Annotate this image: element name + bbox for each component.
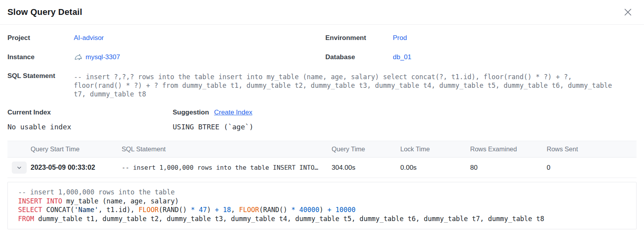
- chevron-down-icon: [16, 165, 22, 171]
- current-index-value: No usable index: [7, 123, 173, 131]
- slow-query-table: Query Start Time SQL Statement Query Tim…: [7, 141, 637, 178]
- header-rows-sent: Rows Sent: [547, 145, 637, 153]
- expanded-sql-code: -- insert 1,000,000 rows into the tableI…: [7, 182, 637, 229]
- detail-fields: Project AI-advisor Environment Prod Inst…: [0, 25, 644, 98]
- page-title: Slow Query Detail: [7, 7, 82, 17]
- index-section: Current Index Suggestion Create Index No…: [0, 106, 644, 131]
- sql-statement-label: SQL Statement: [7, 72, 74, 80]
- field-row-project-environment: Project AI-advisor Environment Prod: [7, 34, 635, 42]
- header-query-start-time: Query Start Time: [31, 145, 122, 153]
- environment-label: Environment: [325, 34, 393, 42]
- field-row-instance-database: Instance mysql-3307 Database db_01: [7, 53, 635, 62]
- header-rows-examined: Rows Examined: [470, 145, 547, 153]
- sql-statement-value: -- insert ?,?,? rows into the table inse…: [74, 73, 619, 98]
- instance-value: mysql-3307: [74, 53, 325, 62]
- environment-link[interactable]: Prod: [393, 34, 635, 42]
- row-expand-button[interactable]: [12, 162, 27, 174]
- cell-lock-time: 0.00s: [400, 164, 470, 172]
- suggestion-header: Suggestion Create Index: [173, 109, 635, 116]
- code-line: FROM dummy_table t1, dummy_table t2, dum…: [18, 214, 629, 223]
- code-line: INSERT INTO my_table (name, age, salary): [18, 197, 629, 206]
- table-header-row: Query Start Time SQL Statement Query Tim…: [7, 141, 637, 158]
- header-lock-time: Lock Time: [400, 145, 470, 153]
- current-index-label: Current Index: [7, 109, 173, 116]
- suggestion-label: Suggestion: [173, 109, 209, 116]
- field-row-sql-statement: SQL Statement -- insert ?,?,? rows into …: [7, 72, 635, 98]
- mysql-dolphin-icon: [74, 53, 83, 62]
- header-sql-statement: SQL Statement: [122, 145, 332, 153]
- cell-sql-statement: -- insert 1,000,000 rows into the table …: [122, 164, 332, 171]
- code-line: SELECT CONCAT('Name', t1.id), FLOOR(RAND…: [18, 205, 629, 214]
- table-row[interactable]: 2023-05-09 00:33:02 -- insert 1,000,000 …: [7, 158, 637, 178]
- database-link[interactable]: db_01: [393, 53, 635, 61]
- modal-header: Slow Query Detail: [0, 0, 644, 25]
- cell-query-time: 304.00s: [332, 164, 400, 172]
- close-button[interactable]: [621, 5, 635, 19]
- project-label: Project: [7, 34, 74, 42]
- cell-rows-examined: 80: [470, 164, 547, 172]
- project-link[interactable]: AI-advisor: [74, 34, 325, 42]
- cell-query-start-time: 2023-05-09 00:33:02: [31, 163, 122, 172]
- suggestion-value: USING BTREE (`age`): [173, 123, 635, 131]
- header-query-time: Query Time: [332, 145, 400, 153]
- expand-cell: [7, 162, 31, 174]
- create-index-link[interactable]: Create Index: [214, 109, 252, 116]
- database-label: Database: [325, 53, 393, 61]
- instance-link[interactable]: mysql-3307: [86, 53, 120, 61]
- code-line: -- insert 1,000,000 rows into the table: [18, 188, 629, 197]
- cell-rows-sent: 0: [547, 164, 637, 172]
- instance-label: Instance: [7, 53, 74, 61]
- close-icon: [623, 7, 633, 17]
